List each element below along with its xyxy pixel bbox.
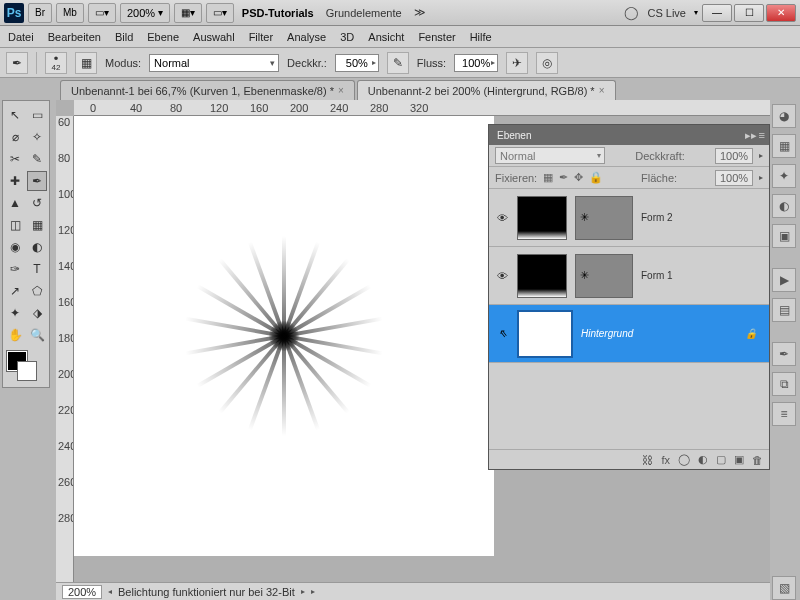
- blend-mode-select[interactable]: Normal: [149, 54, 279, 72]
- menu-auswahl[interactable]: Auswahl: [193, 31, 235, 43]
- gradient-tool[interactable]: ▦: [27, 215, 47, 235]
- minibridge-button[interactable]: Mb: [56, 3, 84, 23]
- workspace-grund[interactable]: Grundelemente: [322, 7, 406, 19]
- zoom-level[interactable]: 200% ▾: [120, 3, 170, 23]
- 3d-tool[interactable]: ✦: [5, 303, 25, 323]
- more-workspaces[interactable]: ≫: [410, 6, 430, 19]
- pressure-size-icon[interactable]: ◎: [536, 52, 558, 74]
- history-brush[interactable]: ↺: [27, 193, 47, 213]
- menu-analyse[interactable]: Analyse: [287, 31, 326, 43]
- cslive-button[interactable]: CS Live: [643, 7, 690, 19]
- flow-input[interactable]: 100%: [454, 54, 498, 72]
- path-tool[interactable]: ↗: [5, 281, 25, 301]
- minimize-button[interactable]: —: [702, 4, 732, 22]
- layout-button[interactable]: ▭▾: [88, 3, 116, 23]
- menu-datei[interactable]: Datei: [8, 31, 34, 43]
- lock-pixels-icon[interactable]: ▦: [543, 171, 553, 184]
- lock-all-icon[interactable]: 🔒: [589, 171, 603, 184]
- close-button[interactable]: ✕: [766, 4, 796, 22]
- lock-paint-icon[interactable]: ✒: [559, 171, 568, 184]
- lasso-tool[interactable]: ⌀: [5, 127, 25, 147]
- document-tab-2[interactable]: Unbenannt-2 bei 200% (Hintergrund, RGB/8…: [357, 80, 616, 100]
- prev-icon[interactable]: ◂: [108, 587, 112, 596]
- close-icon[interactable]: ×: [599, 85, 605, 96]
- menu-filter[interactable]: Filter: [249, 31, 273, 43]
- view-extras-button[interactable]: ▦▾: [174, 3, 202, 23]
- history-panel-icon[interactable]: ▶: [772, 268, 796, 292]
- crop-tool[interactable]: ✂: [5, 149, 25, 169]
- adjustment-layer-icon[interactable]: ◐: [698, 453, 708, 466]
- maximize-button[interactable]: ☐: [734, 4, 764, 22]
- eraser-tool[interactable]: ◫: [5, 215, 25, 235]
- color-swatches[interactable]: [5, 351, 47, 383]
- actions-panel-icon[interactable]: ▤: [772, 298, 796, 322]
- marquee-tool[interactable]: ▭: [27, 105, 47, 125]
- layer-opacity-input[interactable]: 100%: [715, 148, 753, 164]
- fill-input[interactable]: 100%: [715, 170, 753, 186]
- menu-3d[interactable]: 3D: [340, 31, 354, 43]
- menu-hilfe[interactable]: Hilfe: [470, 31, 492, 43]
- layer-fx-icon[interactable]: fx: [661, 454, 670, 466]
- layer-mask-icon[interactable]: ◯: [678, 453, 690, 466]
- background-swatch[interactable]: [17, 361, 37, 381]
- pressure-opacity-icon[interactable]: ✎: [387, 52, 409, 74]
- panel-menu-icon[interactable]: ≡: [759, 129, 765, 142]
- clone-panel-icon[interactable]: ⧉: [772, 372, 796, 396]
- info-icon[interactable]: ▸: [311, 587, 315, 596]
- group-icon[interactable]: ▢: [716, 453, 726, 466]
- screen-mode-button[interactable]: ▭▾: [206, 3, 234, 23]
- blur-tool[interactable]: ◉: [5, 237, 25, 257]
- close-icon[interactable]: ×: [338, 85, 344, 96]
- menu-bearbeiten[interactable]: Bearbeiten: [48, 31, 101, 43]
- dodge-tool[interactable]: ◐: [27, 237, 47, 257]
- bridge-button[interactable]: Br: [28, 3, 52, 23]
- adjust-panel-icon[interactable]: ◐: [772, 194, 796, 218]
- brush-panel-icon[interactable]: ✒: [772, 342, 796, 366]
- hand-tool[interactable]: ✋: [5, 325, 25, 345]
- camera-tool[interactable]: ⬗: [27, 303, 47, 323]
- layers-tab[interactable]: Ebenen: [489, 125, 539, 145]
- layer-row[interactable]: 👁 ✳ Form 2: [489, 189, 769, 247]
- layer-row-selected[interactable]: ⇖ · Hintergrund 🔒: [489, 305, 769, 363]
- lock-move-icon[interactable]: ✥: [574, 171, 583, 184]
- vector-mask-thumbnail[interactable]: ✳: [575, 196, 633, 240]
- layer-name[interactable]: Hintergrund: [581, 328, 633, 339]
- menu-ansicht[interactable]: Ansicht: [368, 31, 404, 43]
- workspace-tutorials[interactable]: PSD-Tutorials: [238, 7, 318, 19]
- layers-panel-icon[interactable]: ▧: [772, 576, 796, 600]
- menu-bild[interactable]: Bild: [115, 31, 133, 43]
- shape-tool[interactable]: ⬠: [27, 281, 47, 301]
- airbrush-icon[interactable]: ✈: [506, 52, 528, 74]
- brush-panel-toggle[interactable]: ▦: [75, 52, 97, 74]
- color-panel-icon[interactable]: ◕: [772, 104, 796, 128]
- styles-panel-icon[interactable]: ✦: [772, 164, 796, 188]
- eyedropper-tool[interactable]: ✎: [27, 149, 47, 169]
- layer-blend-select[interactable]: Normal: [495, 147, 605, 164]
- swatches-panel-icon[interactable]: ▦: [772, 134, 796, 158]
- layer-thumbnail[interactable]: ·: [517, 310, 573, 358]
- vector-mask-thumbnail[interactable]: ✳: [575, 254, 633, 298]
- new-layer-icon[interactable]: ▣: [734, 453, 744, 466]
- brush-tool[interactable]: ✒: [27, 171, 47, 191]
- layer-thumbnail[interactable]: [517, 196, 567, 240]
- layer-row[interactable]: 👁 ✳ Form 1: [489, 247, 769, 305]
- masks-panel-icon[interactable]: ▣: [772, 224, 796, 248]
- visibility-icon[interactable]: 👁: [495, 211, 509, 225]
- stamp-tool[interactable]: ▲: [5, 193, 25, 213]
- zoom-input[interactable]: 200%: [62, 585, 102, 599]
- brush-tool-icon[interactable]: ✒: [6, 52, 28, 74]
- visibility-icon[interactable]: ⇖: [495, 327, 509, 341]
- wand-tool[interactable]: ✧: [27, 127, 47, 147]
- collapse-icon[interactable]: ▸▸: [745, 129, 757, 142]
- menu-ebene[interactable]: Ebene: [147, 31, 179, 43]
- menu-fenster[interactable]: Fenster: [418, 31, 455, 43]
- link-layers-icon[interactable]: ⛓: [642, 454, 653, 466]
- pen-tool[interactable]: ✑: [5, 259, 25, 279]
- visibility-icon[interactable]: 👁: [495, 269, 509, 283]
- layer-thumbnail[interactable]: [517, 254, 567, 298]
- type-tool[interactable]: T: [27, 259, 47, 279]
- canvas[interactable]: [74, 116, 494, 556]
- document-tab-1[interactable]: Unbenannt-1 bei 66,7% (Kurven 1, Ebenenm…: [60, 80, 355, 100]
- layer-name[interactable]: Form 1: [641, 270, 673, 281]
- zoom-tool[interactable]: 🔍: [27, 325, 47, 345]
